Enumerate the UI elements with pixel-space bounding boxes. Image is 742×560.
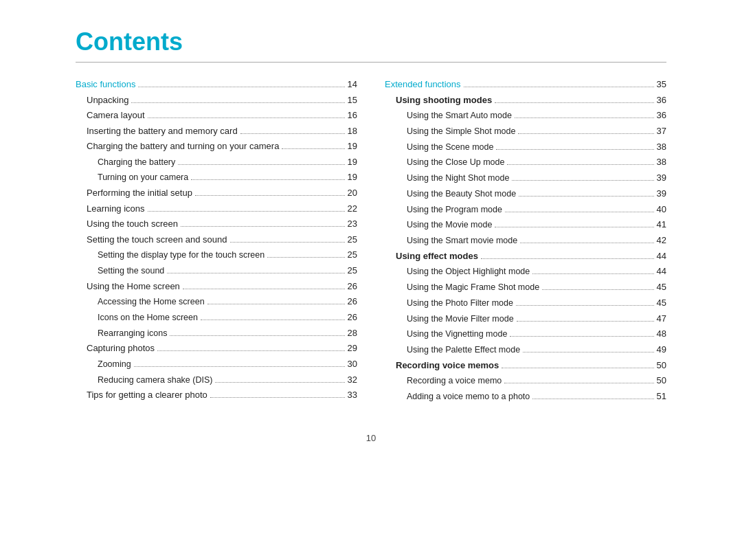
toc-dots	[201, 320, 345, 320]
toc-dots	[157, 350, 345, 351]
toc-label: Using the Smart movie mode	[385, 234, 517, 247]
toc-page-number: 35	[657, 78, 666, 91]
toc-entry: Charging the battery and turning on your…	[76, 139, 357, 153]
toc-label: Unpacking	[76, 93, 128, 107]
toc-dots	[215, 382, 344, 383]
toc-entry: Accessing the Home screen26	[76, 295, 357, 309]
toc-entry: Inserting the battery and memory card18	[76, 124, 357, 138]
toc-page-number: 41	[657, 218, 666, 232]
toc-entry: Basic functions14	[76, 78, 357, 91]
toc-label: Recording a voice memo	[385, 374, 502, 388]
toc-dots	[495, 102, 653, 103]
toc-entry: Using the Beauty Shot mode39	[385, 187, 666, 201]
toc-label: Using the Movie Filter mode	[385, 313, 514, 326]
toc-entry: Setting the touch screen and sound25	[76, 233, 357, 247]
toc-dots	[496, 149, 653, 150]
toc-label: Turning on your camera	[76, 171, 188, 184]
toc-page-number: 19	[348, 170, 357, 184]
toc-label: Charging the battery and turning on your…	[76, 139, 279, 153]
toc-entry: Performing the initial setup20	[76, 186, 357, 200]
toc-label: Using the Vignetting mode	[385, 328, 507, 341]
toc-dots	[183, 289, 345, 289]
toc-page-number: 28	[348, 326, 357, 340]
toc-page-number: 36	[657, 93, 666, 107]
toc-label: Zooming	[76, 358, 131, 371]
toc-page-number: 26	[348, 295, 357, 309]
toc-dots	[148, 117, 345, 118]
toc-entry: Using the touch screen23	[76, 217, 357, 231]
toc-dots	[516, 305, 654, 306]
page-title: Contents	[76, 27, 666, 56]
toc-page-number: 26	[348, 311, 357, 324]
toc-page-number: 18	[348, 124, 357, 138]
toc-label: Basic functions	[76, 78, 135, 91]
toc-dots	[505, 212, 654, 212]
toc-label: Using the Home screen	[76, 280, 180, 293]
toc-page-number: 47	[657, 312, 666, 326]
toc-dots	[504, 383, 653, 383]
toc-dots	[207, 304, 345, 304]
toc-entry: Icons on the Home screen26	[76, 311, 357, 324]
left-column: Basic functions14Unpacking15Camera layou…	[76, 78, 357, 405]
toc-entry: Using the Program mode40	[385, 203, 666, 216]
toc-entry: Reducing camera shake (DIS)32	[76, 373, 357, 387]
toc-dots	[210, 397, 345, 398]
toc-entry: Setting the sound25	[76, 264, 357, 278]
toc-entry: Using the Home screen26	[76, 280, 357, 293]
toc-page-number: 20	[348, 186, 357, 200]
toc-entry: Using the Palette Effect mode49	[385, 343, 666, 357]
toc-label: Charging the battery	[76, 156, 175, 169]
title-divider	[76, 62, 666, 63]
toc-label: Camera layout	[76, 109, 145, 122]
right-column: Extended functions35Using shooting modes…	[385, 78, 666, 405]
toc-dots	[481, 258, 654, 259]
toc-entry: Setting the display type for the touch s…	[76, 248, 357, 262]
toc-label: Using the Object Highlight mode	[385, 265, 530, 278]
toc-label: Using the Night Shot mode	[385, 172, 509, 185]
toc-dots	[167, 273, 344, 273]
toc-entry: Using the Movie mode41	[385, 218, 666, 232]
toc-entry: Using the Object Highlight mode44	[385, 265, 666, 278]
toc-label: Performing the initial setup	[76, 186, 192, 200]
toc-entry: Rearranging icons28	[76, 326, 357, 340]
toc-label: Using the Close Up mode	[385, 156, 504, 169]
toc-page-number: 45	[657, 296, 666, 310]
toc-dots	[517, 321, 654, 322]
toc-label: Icons on the Home screen	[76, 311, 198, 324]
toc-label: Using the Movie mode	[385, 219, 492, 232]
page-container: Contents Basic functions14Unpacking15Cam…	[41, 0, 701, 471]
toc-label: Inserting the battery and memory card	[76, 124, 238, 138]
toc-label: Capturing photos	[76, 341, 155, 355]
toc-entry: Unpacking15	[76, 93, 357, 107]
toc-label: Extended functions	[385, 78, 461, 91]
toc-label: Using the Photo Filter mode	[385, 297, 513, 310]
toc-dots	[464, 87, 654, 87]
toc-dots	[520, 243, 653, 243]
toc-dots	[507, 164, 653, 165]
toc-page-number: 14	[348, 78, 357, 91]
toc-page-number: 25	[348, 248, 357, 262]
toc-dots	[510, 336, 653, 337]
toc-dots	[282, 148, 344, 149]
toc-dots	[131, 102, 344, 103]
toc-dots	[502, 368, 653, 368]
toc-entry: Tips for getting a clearer photo33	[76, 388, 357, 402]
toc-label: Tips for getting a clearer photo	[76, 388, 207, 402]
toc-page-number: 32	[348, 373, 357, 387]
toc-page-number: 38	[657, 140, 666, 154]
toc-page-number: 19	[348, 155, 357, 169]
toc-entry: Using the Vignetting mode48	[385, 327, 666, 341]
toc-dots	[495, 227, 653, 227]
toc-page-number: 19	[348, 139, 357, 153]
toc-entry: Using shooting modes36	[385, 93, 666, 107]
toc-dots	[148, 211, 345, 212]
toc-dots	[138, 87, 344, 87]
toc-dots	[195, 195, 345, 196]
toc-label: Using effect modes	[385, 249, 478, 263]
toc-dots	[178, 164, 344, 165]
toc-label: Reducing camera shake (DIS)	[76, 374, 212, 387]
toc-label: Adding a voice memo to a photo	[385, 390, 530, 403]
toc-entry: Using the Movie Filter mode47	[385, 312, 666, 326]
toc-label: Using the Palette Effect mode	[385, 344, 520, 357]
toc-page-number: 42	[657, 234, 666, 247]
